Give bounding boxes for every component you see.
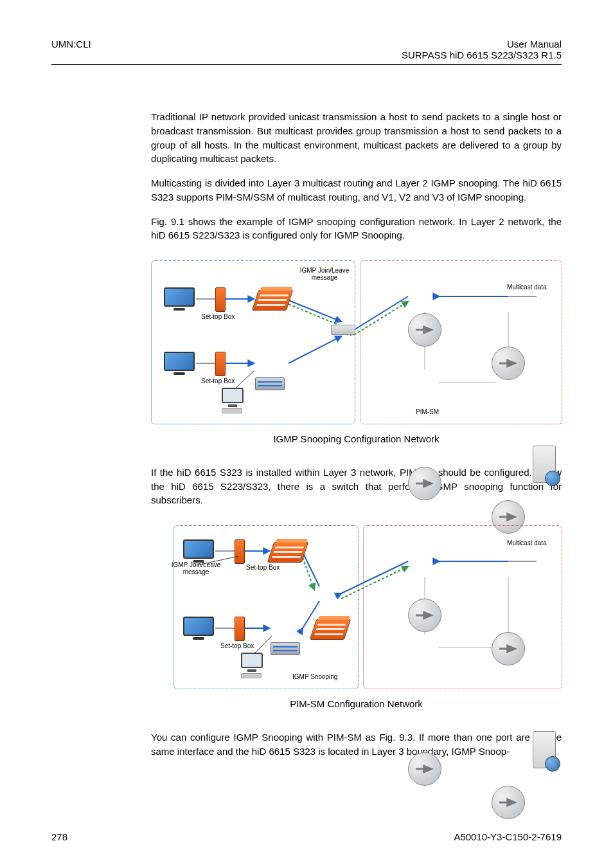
router-icon: [492, 786, 525, 819]
server-icon: [533, 731, 556, 768]
settopbox-icon: [215, 287, 226, 312]
switch-icon: [267, 542, 308, 563]
router-icon: [492, 632, 525, 665]
paragraph-4: If the hiD 6615 S323 is installed within…: [151, 466, 562, 507]
page-footer: 278 A50010-Y3-C150-2-7619: [51, 831, 562, 842]
figure-1-diagram: Set-top Box Set-top Box IGMP Join/Leavem…: [151, 260, 562, 424]
settopbox-icon: [235, 617, 245, 641]
paragraph-1: Traditional IP network provided unicast …: [151, 110, 562, 166]
tv-icon: [164, 287, 195, 309]
router-icon: [408, 467, 441, 500]
header-left: UMN:CLI: [51, 39, 91, 60]
greyswitch-icon: [331, 325, 355, 335]
l2switch-icon: [271, 642, 300, 655]
router-icon: [408, 599, 441, 632]
tv-icon: [183, 617, 214, 638]
pc-icon: [222, 388, 244, 410]
tv-icon: [164, 352, 195, 374]
page: UMN:CLI User Manual SURPASS hiD 6615 S22…: [0, 0, 613, 868]
settopbox-icon: [215, 352, 226, 376]
content-body: Traditional IP network provided unicast …: [151, 110, 562, 758]
paragraph-5: You can configure IGMP Snooping with PIM…: [151, 730, 562, 759]
pimsm-label: PIM-SM: [416, 408, 439, 415]
multicast-data-label: Multicast data: [507, 539, 547, 547]
paragraph-2: Multicasting is divided into Layer 3 mul…: [151, 176, 562, 204]
figure-2-diagram: Set-top Box Set-top Box IGMP Join/Leavem…: [151, 525, 562, 689]
router-icon: [492, 347, 525, 380]
router-icon: [408, 752, 441, 786]
page-number: 278: [51, 831, 67, 842]
header-right: User Manual SURPASS hiD 6615 S223/S323 R…: [402, 39, 562, 60]
l2switch-icon: [255, 377, 285, 390]
layer2-box: [151, 260, 355, 424]
stb-label-2: Set-top Box: [220, 642, 254, 649]
header-right-line2: SURPASS hiD 6615 S223/S323 R1.5: [402, 50, 562, 60]
switch-icon: [252, 290, 293, 311]
figure-2-caption: PIM-SM Configuration Network: [151, 697, 562, 711]
paragraph-3: Fig. 9.1 shows the example of IGMP snoop…: [151, 215, 562, 243]
pc-icon: [241, 653, 263, 674]
igmp-snooping-label: IGMP Snooping: [292, 673, 337, 680]
stb-label-1: Set-top Box: [246, 564, 280, 571]
stb-label-1: Set-top Box: [201, 313, 235, 320]
igmp-msg-label: IGMP Join/Leavemessage: [296, 267, 353, 281]
header-right-line1: User Manual: [402, 39, 562, 50]
figure-2: Set-top Box Set-top Box IGMP Join/Leavem…: [151, 525, 562, 711]
doc-id: A50010-Y3-C150-2-7619: [454, 831, 562, 842]
layer3-box: [363, 525, 562, 689]
figure-1-caption: IGMP Snooping Configuration Network: [151, 432, 562, 446]
callout-line-icon: [191, 556, 240, 569]
figure-1: Set-top Box Set-top Box IGMP Join/Leavem…: [151, 260, 562, 446]
svg-line-30: [197, 556, 238, 565]
server-icon: [533, 446, 556, 483]
switch-center-icon: [310, 619, 351, 640]
router-icon: [408, 313, 441, 347]
multicast-data-label: Multicast data: [507, 284, 547, 291]
page-header: UMN:CLI User Manual SURPASS hiD 6615 S22…: [51, 39, 562, 65]
stb-label-2: Set-top Box: [201, 377, 235, 384]
